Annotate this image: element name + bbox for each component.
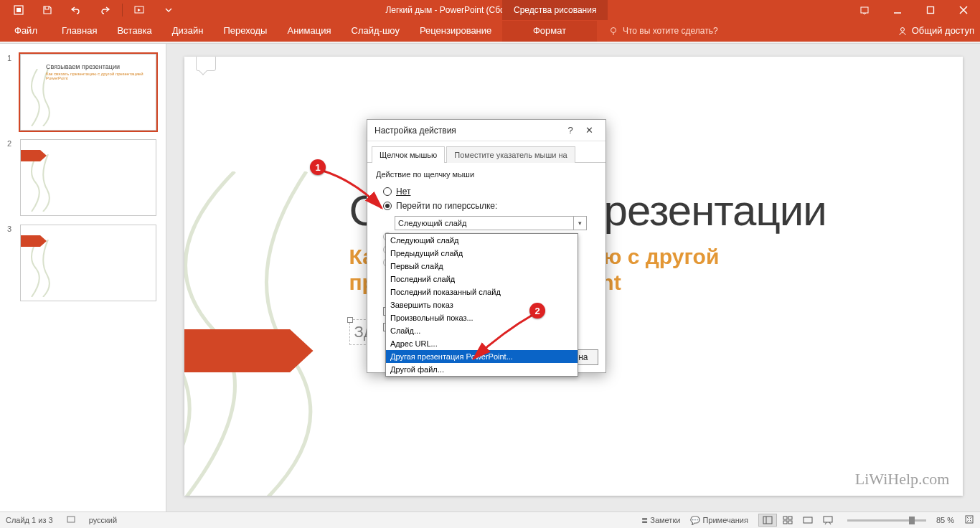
ribbon-display-icon[interactable]: [848, 0, 881, 20]
spellcheck-icon[interactable]: [66, 514, 76, 526]
svg-rect-1: [17, 8, 21, 12]
dialog-close-icon[interactable]: ✕: [580, 121, 598, 140]
svg-point-6: [611, 28, 616, 33]
svg-rect-3: [861, 7, 868, 13]
tab-slideshow[interactable]: Слайд-шоу: [341, 21, 410, 42]
dropdown-item[interactable]: Последний показанный слайд: [386, 286, 578, 298]
thumbnail-2[interactable]: 2: [0, 135, 166, 220]
status-bar: Слайд 1 из 3 русский ≣ Заметки 💬 Примеча…: [0, 512, 980, 528]
tab-animation[interactable]: Анимация: [277, 21, 341, 42]
dialog-tab-click[interactable]: Щелчок мышью: [372, 146, 445, 163]
comment-bubble-icon[interactable]: [196, 57, 216, 71]
thumb1-sub: Как связать презентацию с другой презент…: [46, 72, 156, 80]
slideshow-view-icon[interactable]: [819, 514, 837, 527]
quick-access-toolbar: [0, 1, 182, 19]
lightbulb-icon: [608, 26, 618, 36]
tab-review[interactable]: Рецензирование: [410, 21, 501, 42]
svg-rect-5: [928, 7, 934, 14]
svg-rect-9: [67, 517, 75, 522]
svg-rect-12: [783, 517, 787, 519]
fit-to-window-icon[interactable]: [964, 514, 974, 526]
start-from-beginning-icon[interactable]: [127, 1, 153, 19]
close-icon[interactable]: [947, 0, 980, 20]
slide-thumbnails-panel: 1 Связываем презентации Как связать през…: [0, 44, 166, 512]
svg-rect-13: [788, 517, 792, 519]
slide-arrow-shape[interactable]: [184, 329, 314, 372]
dropdown-item[interactable]: Предыдущий слайд: [386, 247, 578, 260]
tab-home[interactable]: Главная: [52, 21, 107, 42]
svg-rect-10: [763, 517, 772, 524]
radio-hyperlink[interactable]: Перейти по гиперссылке:: [376, 199, 597, 213]
hyperlink-target-combo[interactable]: Следующий слайд ▾: [395, 216, 587, 230]
share-button[interactable]: Общий доступ: [897, 25, 974, 42]
status-slide-info: Слайд 1 из 3: [6, 516, 53, 524]
annotation-badge-2: 2: [529, 303, 545, 319]
zoom-level[interactable]: 85 %: [936, 516, 954, 524]
tab-design[interactable]: Дизайн: [162, 21, 214, 42]
contextual-tab-label: Средства рисования: [502, 0, 608, 20]
svg-rect-16: [804, 517, 812, 523]
dialog-tab-hover[interactable]: Поместите указатель мыши на: [446, 146, 575, 163]
dialog-titlebar[interactable]: Настройка действия ? ✕: [367, 120, 606, 141]
chevron-down-icon[interactable]: ▾: [573, 217, 586, 230]
redo-icon[interactable]: [92, 1, 118, 19]
dialog-title: Настройка действия: [374, 126, 561, 136]
office-logo-icon[interactable]: [6, 1, 32, 19]
annotation-arrow-2: [468, 310, 540, 364]
thumb-number: 3: [7, 225, 14, 301]
combo-value: Следующий слайд: [398, 219, 466, 227]
dialog-tabs: Щелчок мышью Поместите указатель мыши на: [367, 141, 606, 163]
thumb-preview: [20, 139, 156, 216]
qat-customize-icon[interactable]: [156, 1, 182, 19]
radio-hyperlink-label: Перейти по гиперссылке:: [396, 201, 497, 211]
normal-view-icon[interactable]: [758, 514, 777, 527]
reading-view-icon[interactable]: [798, 514, 817, 527]
notes-button[interactable]: ≣ Заметки: [641, 516, 680, 525]
minimize-icon[interactable]: [881, 0, 914, 20]
view-buttons: [758, 514, 837, 527]
tab-insert[interactable]: Вставка: [107, 21, 161, 42]
annotation-arrow-1: [319, 166, 390, 217]
svg-rect-14: [783, 521, 787, 524]
share-label: Общий доступ: [912, 25, 974, 36]
radio-none-label: Нет: [396, 187, 410, 197]
sorter-view-icon[interactable]: [778, 514, 797, 527]
radio-none[interactable]: Нет: [376, 184, 597, 199]
svg-rect-15: [788, 521, 792, 524]
tab-file[interactable]: Файл: [4, 21, 47, 42]
annotation-badge-1: 1: [310, 159, 326, 175]
watermark: LiWiHelp.com: [855, 470, 950, 489]
window-controls: [848, 0, 980, 20]
tab-transitions[interactable]: Переходы: [213, 21, 277, 42]
svg-point-8: [900, 27, 904, 31]
thumb-preview: Связываем презентации Как связать презен…: [20, 54, 156, 131]
dropdown-item[interactable]: Последний слайд: [386, 273, 578, 286]
share-icon: [897, 26, 908, 36]
save-icon[interactable]: [34, 1, 60, 19]
svg-rect-17: [824, 517, 832, 522]
dropdown-item[interactable]: Первый слайд: [386, 260, 578, 273]
thumb-preview: [20, 225, 156, 301]
thumb-number: 2: [7, 139, 14, 216]
maximize-icon[interactable]: [914, 0, 947, 20]
undo-icon[interactable]: [63, 1, 89, 19]
title-bar: Легкий дым - PowerPoint (Сбой активации …: [0, 0, 980, 20]
svg-rect-20: [966, 516, 973, 523]
zoom-thumb[interactable]: [909, 517, 915, 524]
tell-me-search[interactable]: Что вы хотите сделать?: [608, 26, 718, 42]
thumbnail-1[interactable]: 1 Связываем презентации Как связать през…: [0, 50, 166, 135]
group-label: Действие по щелчку мыши: [376, 170, 597, 179]
comments-button[interactable]: 💬 Примечания: [690, 516, 748, 525]
status-language[interactable]: русский: [89, 516, 117, 524]
thumb1-title: Связываем презентации: [46, 63, 120, 70]
dropdown-item[interactable]: Следующий слайд: [386, 234, 578, 247]
tell-me-label: Что вы хотите сделать?: [623, 26, 718, 36]
thumbnail-3[interactable]: 3: [0, 220, 166, 306]
tab-format[interactable]: Формат: [502, 21, 597, 42]
dialog-help-icon[interactable]: ?: [561, 121, 580, 140]
dropdown-item[interactable]: Другой файл...: [386, 363, 578, 376]
ribbon-tabs: Файл Главная Вставка Дизайн Переходы Ани…: [0, 20, 980, 42]
zoom-slider[interactable]: [847, 519, 926, 522]
thumb-number: 1: [7, 54, 14, 131]
